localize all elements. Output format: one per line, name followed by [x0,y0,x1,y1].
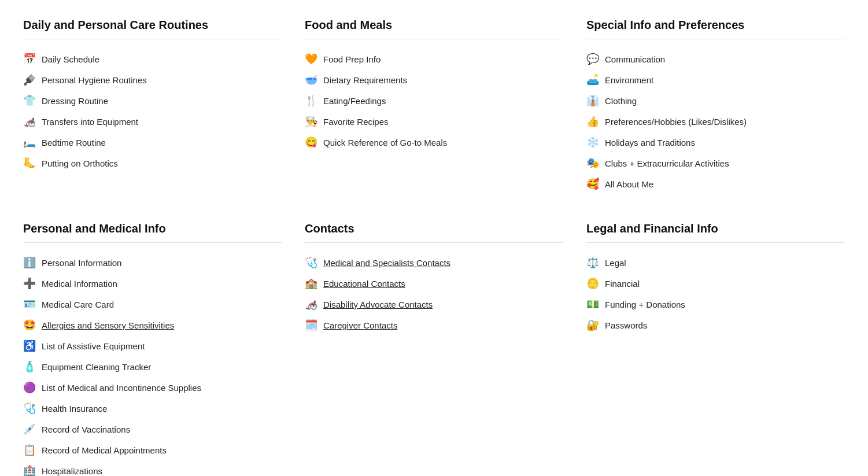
list-item: 🏥Hospitalizations [23,460,282,476]
item-icon: 🩺 [23,402,36,415]
item-icon: 🗓️ [305,319,317,331]
item-link[interactable]: Funding + Donations [605,300,685,309]
item-link[interactable]: Record of Vaccinations [42,425,130,434]
item-icon: 🦽 [305,298,317,311]
list-item: ℹ️Personal Information [23,252,282,273]
item-link[interactable]: Medical Care Card [42,300,114,309]
item-icon: 💬 [586,53,599,65]
item-link[interactable]: Daily Schedule [42,54,99,64]
item-icon: 🔐 [586,319,599,331]
item-icon: 📅 [23,53,36,65]
item-link[interactable]: Personal Hygiene Routines [42,75,147,85]
item-link[interactable]: Disability Advocate Contacts [323,300,433,309]
list-item: 🥰All About Me [586,174,845,194]
item-link[interactable]: Medical and Specialists Contacts [323,258,450,268]
item-link[interactable]: Hospitalizations [42,466,102,476]
item-link[interactable]: Passwords [605,320,647,330]
item-icon: 👔 [586,94,599,107]
item-link[interactable]: Holidays and Traditions [605,138,695,147]
item-link[interactable]: All About Me [605,179,653,189]
list-item: 👔Clothing [586,90,845,111]
item-icon: 🪮 [23,73,36,86]
item-link[interactable]: Environment [605,75,653,85]
list-item: 🤩Allergies and Sensory Sensitivities [23,315,282,335]
item-icon: 👨‍🍳 [305,115,317,128]
item-link[interactable]: Personal Information [42,258,121,268]
list-item: 🦽Disability Advocate Contacts [305,294,563,315]
section-special-info: Special Info and Preferences💬Communicati… [586,19,845,194]
list-item: 🩺Medical and Specialists Contacts [305,252,563,273]
item-list-food-meals: 🧡Food Prep Info🥣Dietary Requirements🍴Eat… [305,49,563,153]
item-icon: 🦶 [23,157,36,169]
list-item: 🧴Equipment Cleaning Tracker [23,356,282,377]
list-item: 👍Preferences/Hobbies (Likes/Dislikes) [586,111,845,132]
list-item: 🍴Eating/Feedings [305,90,563,111]
list-item: 🎭Clubs + Extracurricular Activities [586,153,845,174]
item-link[interactable]: Favorite Recipes [323,117,389,127]
item-icon: ♿ [23,340,36,352]
list-item: 🛏️Bedtime Routine [23,132,282,153]
item-link[interactable]: Dressing Routine [42,96,108,106]
item-link[interactable]: Clothing [605,96,637,106]
list-item: 🪪Medical Care Card [23,294,282,315]
list-item: ➕Medical Information [23,273,282,294]
item-icon: ➕ [23,277,36,290]
section-daily-care: Daily and Personal Care Routines📅Daily S… [23,19,282,194]
item-link[interactable]: Bedtime Routine [42,138,106,147]
item-link[interactable]: Allergies and Sensory Sensitivities [42,320,174,330]
section-divider-personal-medical [23,242,282,243]
section-food-meals: Food and Meals🧡Food Prep Info🥣Dietary Re… [305,19,563,194]
item-link[interactable]: Food Prep Info [323,54,381,64]
item-link[interactable]: Transfers into Equipment [42,117,138,127]
section-title-personal-medical: Personal and Medical Info [23,222,282,235]
list-item: 📋Record of Medical Appointments [23,440,282,460]
section-title-legal-financial: Legal and Financial Info [586,222,845,235]
list-item: 🥣Dietary Requirements [305,69,563,90]
item-link[interactable]: Health Insurance [42,404,107,414]
item-list-personal-medical: ℹ️Personal Information➕Medical Informati… [23,252,282,476]
list-item: 💉Record of Vaccinations [23,419,282,440]
item-link[interactable]: Record of Medical Appointments [42,445,167,455]
section-title-contacts: Contacts [305,222,563,235]
section-divider-legal-financial [586,242,845,243]
item-icon: 📋 [23,444,36,456]
section-divider-food-meals [305,39,563,39]
item-link[interactable]: Caregiver Contacts [323,320,397,330]
item-icon: 🪙 [586,277,599,290]
item-link[interactable]: List of Assistive Equipment [42,341,145,351]
item-list-contacts: 🩺Medical and Specialists Contacts🏫Educat… [305,252,563,335]
item-link[interactable]: Preferences/Hobbies (Likes/Dislikes) [605,117,747,127]
section-title-special-info: Special Info and Preferences [586,19,845,32]
list-item: ♿List of Assistive Equipment [23,335,282,356]
item-icon: 🏥 [23,464,36,476]
list-item: 🔐Passwords [586,315,845,335]
section-divider-special-info [586,39,845,39]
item-link[interactable]: Financial [605,279,640,289]
list-item: 🪙Financial [586,273,845,294]
section-divider-contacts [305,242,563,243]
item-icon: 🏫 [305,277,317,290]
item-link[interactable]: Communication [605,54,665,64]
item-link[interactable]: Dietary Requirements [323,75,407,85]
list-item: 🟣List of Medical and Incontinence Suppli… [23,377,282,398]
item-icon: 👍 [586,115,599,128]
item-link[interactable]: Equipment Cleaning Tracker [42,362,151,372]
item-link[interactable]: Educational Contacts [323,279,405,289]
item-icon: 😋 [305,136,317,149]
item-link[interactable]: List of Medical and Incontinence Supplie… [42,383,201,393]
item-link[interactable]: Clubs + Extracurricular Activities [605,158,729,168]
item-icon: 🤩 [23,319,36,331]
item-link[interactable]: Eating/Feedings [323,96,386,106]
item-link[interactable]: Legal [605,258,626,268]
section-personal-medical: Personal and Medical Infoℹ️Personal Info… [23,222,282,476]
item-icon: 🥰 [586,178,599,190]
item-link[interactable]: Quick Reference of Go-to Meals [323,138,447,147]
item-icon: 💵 [586,298,599,311]
item-icon: 🛏️ [23,136,36,149]
list-item: 🏫Educational Contacts [305,273,563,294]
item-link[interactable]: Medical Information [42,279,117,289]
list-item: 👕Dressing Routine [23,90,282,111]
section-legal-financial: Legal and Financial Info⚖️Legal🪙Financia… [586,222,845,476]
item-link[interactable]: Putting on Orthotics [42,158,118,168]
list-item: 🧡Food Prep Info [305,49,563,69]
